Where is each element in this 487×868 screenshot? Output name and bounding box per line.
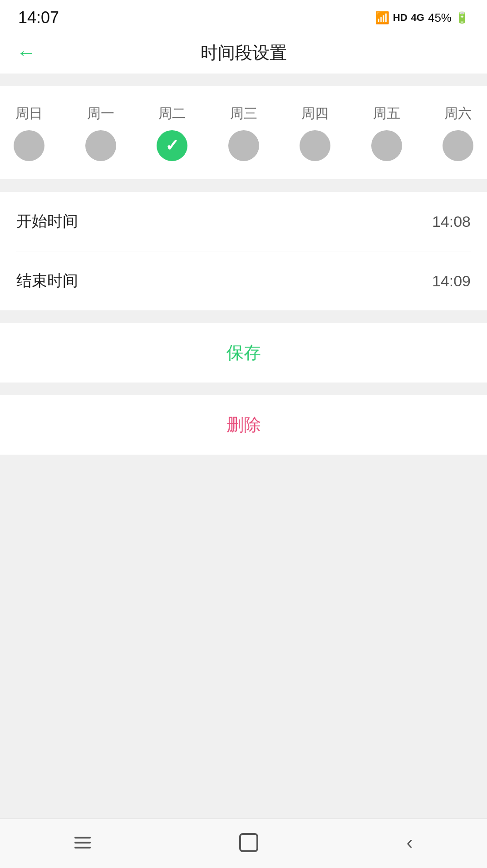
wifi-icon: 📶 [375,11,389,25]
delete-label[interactable]: 删除 [226,413,261,436]
middle-gap-3 [0,383,487,395]
start-time-row[interactable]: 开始时间 14:08 [16,192,471,251]
middle-gap-2 [0,310,487,323]
menu-lines-icon [74,837,91,848]
day-circle-thursday[interactable] [300,130,330,161]
hd-label: HD [393,12,408,24]
day-label-sunday: 周日 [15,104,43,123]
delete-card[interactable]: 删除 [0,395,487,455]
day-item-tuesday[interactable]: 周二 ✓ [157,104,187,161]
end-time-label: 结束时间 [16,270,78,291]
day-circle-tuesday[interactable]: ✓ [157,130,187,161]
end-time-value: 14:09 [432,272,471,290]
day-item-monday[interactable]: 周一 [85,104,116,161]
day-label-saturday: 周六 [444,104,472,123]
day-item-friday[interactable]: 周五 [371,104,402,161]
day-item-wednesday[interactable]: 周三 [228,104,259,161]
end-time-row[interactable]: 结束时间 14:09 [16,251,471,310]
time-settings-card: 开始时间 14:08 结束时间 14:09 [0,192,487,310]
status-bar: 14:07 📶 HD 4G 45% 🔋 [0,0,487,32]
day-item-thursday[interactable]: 周四 [300,104,330,161]
middle-gap-1 [0,179,487,192]
day-label-tuesday: 周二 [158,104,186,123]
start-time-value: 14:08 [432,213,471,230]
back-button[interactable]: ← [16,43,36,63]
days-row: 周日 周一 周二 ✓ 周三 周四 周五 [14,104,473,161]
day-circle-friday[interactable] [371,130,402,161]
status-time: 14:07 [18,8,59,27]
day-item-sunday[interactable]: 周日 [14,104,44,161]
top-gap [0,74,487,86]
battery-percent: 45% [428,11,452,25]
page-title: 时间段设置 [201,41,287,64]
nav-menu-button[interactable] [74,837,91,848]
signal-label: 4G [411,12,424,24]
start-time-label: 开始时间 [16,211,78,232]
bottom-nav: ‹ [0,819,487,868]
toolbar: ← 时间段设置 [0,32,487,74]
nav-home-button[interactable] [239,833,258,852]
save-card[interactable]: 保存 [0,323,487,383]
save-label[interactable]: 保存 [226,341,261,364]
back-chevron-icon: ‹ [407,832,413,853]
battery-icon: 🔋 [455,11,469,24]
day-circle-sunday[interactable] [14,130,44,161]
days-card: 周日 周一 周二 ✓ 周三 周四 周五 [0,86,487,179]
day-circle-monday[interactable] [85,130,116,161]
day-label-friday: 周五 [373,104,400,123]
home-square-icon [239,833,258,852]
day-item-saturday[interactable]: 周六 [443,104,473,161]
day-circle-saturday[interactable] [443,130,473,161]
checkmark-tuesday: ✓ [165,136,179,155]
day-label-monday: 周一 [87,104,114,123]
day-circle-wednesday[interactable] [228,130,259,161]
day-label-wednesday: 周三 [230,104,257,123]
nav-back-button[interactable]: ‹ [407,832,413,853]
status-icons: 📶 HD 4G 45% 🔋 [375,11,469,25]
day-label-thursday: 周四 [301,104,329,123]
